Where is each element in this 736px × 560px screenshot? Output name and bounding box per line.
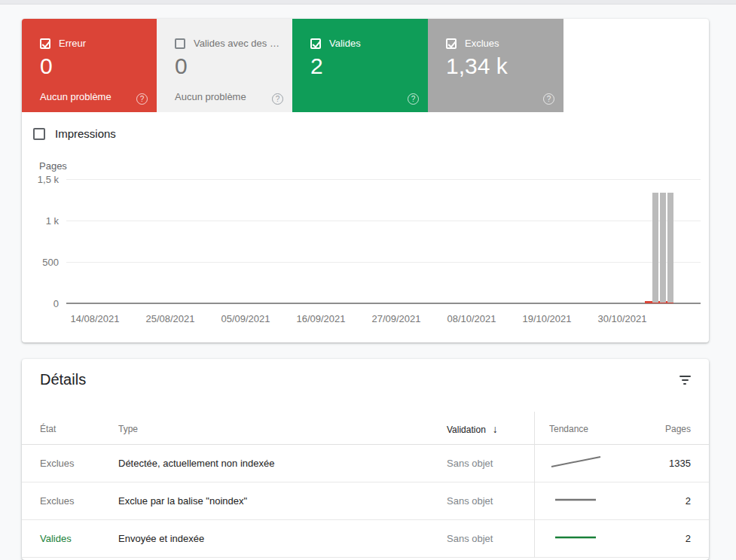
chart-bar (667, 193, 673, 303)
status-cards: Erreur 0 Aucun problème ? Valides avec d… (22, 19, 563, 112)
card-label: Erreur (59, 38, 86, 49)
checkbox-valid-warnings[interactable] (175, 38, 185, 49)
card-label: Valides avec des … (194, 38, 279, 49)
x-tick: 08/10/2021 (438, 313, 505, 324)
chart-bar (660, 193, 666, 303)
column-divider (534, 412, 535, 558)
card-value: 1,34 k (446, 53, 508, 79)
table-body: ExcluesDétectée, actuellement non indexé… (22, 445, 709, 558)
row-status: Exclues (40, 458, 118, 469)
details-panel: Détails État Type Validation↓ Tendance P… (22, 359, 709, 560)
impressions-toggle[interactable]: Impressions (33, 127, 116, 140)
card-excluded-head: Exclues (446, 38, 499, 49)
card-error-head: Erreur (40, 38, 86, 49)
y-tick: 1,5 k (22, 174, 59, 185)
checkbox-excluded[interactable] (446, 38, 457, 49)
top-divider (0, 0, 736, 5)
x-tick: 19/10/2021 (513, 313, 581, 324)
row-trend-sparkline (549, 529, 632, 548)
chart-bar (652, 193, 658, 303)
impressions-label: Impressions (55, 127, 116, 140)
x-tick: 30/10/2021 (588, 313, 656, 324)
checkbox-error[interactable] (40, 38, 50, 49)
coverage-summary-panel: Erreur 0 Aucun problème ? Valides avec d… (22, 19, 709, 342)
card-note: Aucun problème (175, 91, 246, 102)
card-label: Exclues (465, 38, 499, 49)
column-header-pages[interactable]: Pages (632, 424, 691, 434)
row-trend-sparkline (549, 492, 632, 510)
row-status: Exclues (40, 495, 118, 507)
card-error[interactable]: Erreur 0 Aucun problème ? (22, 19, 157, 112)
card-label: Valides (329, 38, 361, 49)
table-row[interactable]: ExcluesExclue par la balise "noindex"San… (22, 482, 709, 520)
gridline (66, 262, 701, 263)
details-title: Détails (40, 371, 86, 388)
row-pages: 1335 (632, 458, 691, 469)
card-note: Aucun problème (40, 91, 111, 102)
card-value: 0 (40, 53, 53, 79)
card-valid[interactable]: Valides 2 ? (292, 19, 428, 112)
table-row[interactable]: ExcluesDétectée, actuellement non indexé… (22, 445, 709, 482)
row-pages: 2 (632, 495, 691, 507)
y-tick: 500 (22, 257, 59, 268)
table-header: État Type Validation↓ Tendance Pages (22, 413, 709, 445)
row-pages: 2 (632, 533, 691, 544)
filter-icon[interactable] (676, 371, 694, 389)
card-excluded[interactable]: Exclues 1,34 k ? (428, 19, 563, 112)
card-value: 0 (175, 53, 188, 79)
row-status: Valides (40, 533, 118, 544)
table-row[interactable]: ValidesEnvoyée et indexéeSans objet2 (22, 520, 709, 558)
x-axis-baseline (66, 303, 701, 304)
card-valid-head: Valides (310, 38, 361, 49)
impressions-checkbox[interactable] (33, 128, 45, 140)
column-header-etat[interactable]: État (40, 424, 118, 434)
x-tick: 14/08/2021 (61, 313, 129, 324)
gridline (66, 221, 701, 221)
help-icon[interactable]: ? (272, 93, 283, 105)
help-icon[interactable]: ? (136, 93, 148, 105)
x-tick: 05/09/2021 (212, 313, 279, 324)
column-header-tendance[interactable]: Tendance (549, 424, 632, 434)
x-tick: 16/09/2021 (287, 313, 355, 324)
card-valid-warnings-head: Valides avec des … (175, 38, 279, 49)
y-tick: 0 (22, 298, 59, 309)
checkbox-valid[interactable] (310, 38, 321, 49)
card-valid-warnings[interactable]: Valides avec des … 0 Aucun problème ? (157, 19, 292, 112)
sort-down-icon: ↓ (493, 423, 498, 435)
help-icon[interactable]: ? (543, 93, 554, 105)
gridline (66, 179, 701, 180)
row-type: Exclue par la balise "noindex" (118, 495, 447, 507)
card-value: 2 (310, 53, 323, 79)
x-tick: 27/09/2021 (362, 313, 430, 324)
help-icon[interactable]: ? (408, 93, 419, 105)
x-tick: 25/08/2021 (136, 313, 204, 324)
row-type: Envoyée et indexée (118, 533, 447, 544)
row-type: Détectée, actuellement non indexée (118, 458, 447, 469)
column-header-type[interactable]: Type (118, 424, 447, 434)
y-tick: 1 k (22, 215, 59, 227)
row-trend-sparkline (549, 454, 632, 473)
chart-y-axis-title: Pages (39, 160, 67, 172)
